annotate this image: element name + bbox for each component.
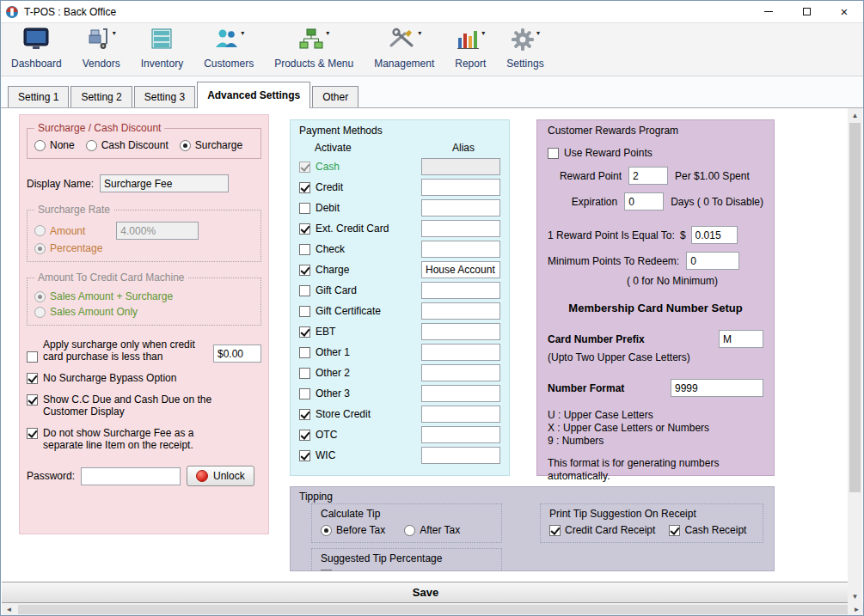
gift-card-option[interactable]: Gift Card (299, 284, 357, 296)
otc-alias-input[interactable] (421, 426, 500, 443)
sales-amount-only-option[interactable]: Sales Amount Only (34, 306, 254, 318)
ext-credit-card-checkbox[interactable] (299, 223, 310, 235)
amount-radio[interactable] (34, 225, 46, 236)
after-tax-option[interactable]: After Tax (404, 524, 460, 536)
dropdown-arrow-icon[interactable]: ▾ (418, 29, 421, 37)
surcharge-none-option[interactable]: None (34, 139, 75, 151)
cash-checkbox[interactable] (299, 162, 310, 173)
no-separate-line-checkbox[interactable] (27, 428, 38, 439)
charge-checkbox[interactable] (299, 265, 310, 276)
otc-option[interactable]: OTC (299, 429, 337, 441)
other-3-checkbox[interactable] (299, 388, 310, 399)
point-value-input[interactable] (691, 226, 738, 244)
wic-option[interactable]: WIC (299, 449, 335, 461)
no-separate-line-option[interactable]: Do not show Surcharge Fee as a separate … (27, 427, 261, 451)
wic-checkbox[interactable] (299, 450, 310, 461)
ebt-alias-input[interactable] (421, 323, 500, 340)
other-1-option[interactable]: Other 1 (299, 346, 350, 358)
credit-card-receipt-option[interactable]: Credit Card Receipt (549, 524, 655, 536)
rate-percentage-option[interactable]: Percentage (34, 242, 102, 254)
charge-alias-input[interactable] (421, 261, 500, 278)
other-2-option[interactable]: Other 2 (299, 367, 350, 379)
before-tax-radio[interactable] (321, 525, 332, 536)
cash-alias-input[interactable] (421, 158, 500, 175)
credit-alias-input[interactable] (421, 179, 500, 196)
toolbar-item-settings[interactable]: ▾ Settings (506, 27, 543, 70)
surcharge-radio[interactable] (180, 140, 191, 151)
no-bypass-checkbox[interactable] (27, 373, 38, 384)
gift-certificate-checkbox[interactable] (299, 306, 310, 317)
surcharge-surcharge-option[interactable]: Surcharge (180, 139, 242, 151)
gift-card-alias-input[interactable] (421, 282, 500, 299)
tab-setting-3[interactable]: Setting 3 (134, 86, 195, 107)
check-alias-input[interactable] (421, 241, 500, 258)
check-checkbox[interactable] (299, 244, 310, 255)
scroll-right-icon[interactable]: ► (849, 603, 864, 616)
ebt-option[interactable]: EBT (299, 326, 335, 338)
scroll-up-icon[interactable]: ▲ (848, 108, 862, 122)
save-button[interactable]: Save (2, 582, 849, 603)
close-button[interactable]: × (825, 1, 863, 22)
store-credit-alias-input[interactable] (421, 406, 500, 423)
use-reward-points-option[interactable]: Use Reward Points (548, 147, 763, 159)
min-redeem-input[interactable] (686, 252, 739, 270)
debit-checkbox[interactable] (299, 203, 310, 214)
dropdown-arrow-icon[interactable]: ▾ (113, 29, 116, 37)
dropdown-arrow-icon[interactable]: ▾ (241, 29, 244, 37)
horizontal-scroll-thumb[interactable] (18, 605, 848, 614)
ebt-checkbox[interactable] (299, 326, 310, 338)
threshold-amount-input[interactable] (213, 345, 261, 363)
cash-discount-radio[interactable] (86, 140, 97, 151)
expiration-input[interactable] (624, 192, 664, 210)
other-1-alias-input[interactable] (421, 344, 500, 361)
other-2-checkbox[interactable] (299, 368, 310, 379)
print-tip-suggestion-checkbox[interactable] (321, 570, 332, 572)
number-format-input[interactable] (671, 379, 763, 397)
dropdown-arrow-icon[interactable]: ▾ (326, 29, 329, 37)
credit-checkbox[interactable] (299, 182, 310, 193)
sales-amount-surcharge-option[interactable]: Sales Amount + Surcharge (34, 290, 254, 302)
ext-credit-card-alias-input[interactable] (421, 220, 500, 237)
scroll-down-icon[interactable]: ▼ (848, 589, 862, 603)
rate-amount-option[interactable]: Amount (34, 225, 85, 237)
debit-alias-input[interactable] (421, 199, 500, 217)
cash-option[interactable]: Cash (299, 161, 340, 173)
percentage-radio[interactable] (34, 243, 46, 254)
surcharge-cash-discount-option[interactable]: Cash Discount (86, 139, 169, 151)
dropdown-arrow-icon[interactable]: ▾ (481, 29, 485, 37)
credit-card-receipt-checkbox[interactable] (549, 525, 561, 536)
tab-advanced-settings[interactable]: Advanced Settings (197, 82, 310, 108)
no-bypass-option[interactable]: No Surcharge Bypass Option (27, 372, 261, 384)
dropdown-arrow-icon[interactable]: ▾ (536, 29, 540, 37)
other-1-checkbox[interactable] (299, 347, 310, 358)
charge-option[interactable]: Charge (299, 264, 349, 276)
toolbar-item-report[interactable]: ▾ Report (455, 27, 486, 70)
before-tax-option[interactable]: Before Tax (321, 524, 385, 536)
gift-certificate-option[interactable]: Gift Certificate (299, 305, 381, 317)
print-tip-suggestion-option[interactable]: Print Tip Suggestion (321, 569, 428, 571)
ext-credit-card-option[interactable]: Ext. Credit Card (299, 223, 389, 235)
cash-receipt-option[interactable]: Cash Receipt (669, 524, 746, 536)
toolbar-item-vendors[interactable]: ▾ Vendors (83, 27, 120, 70)
toolbar-item-management[interactable]: ▾ Management (374, 27, 434, 70)
other-3-option[interactable]: Other 3 (299, 387, 350, 399)
toolbar-item-products-menu[interactable]: ▾ Products & Menu (274, 27, 353, 70)
credit-option[interactable]: Credit (299, 181, 343, 193)
tab-setting-2[interactable]: Setting 2 (70, 86, 132, 107)
password-input[interactable] (81, 467, 181, 485)
tab-other[interactable]: Other (312, 86, 358, 107)
rate-amount-input[interactable] (116, 222, 199, 240)
none-radio[interactable] (34, 140, 46, 151)
other-2-alias-input[interactable] (421, 364, 500, 381)
gift-card-checkbox[interactable] (299, 285, 310, 296)
check-option[interactable]: Check (299, 243, 345, 255)
scroll-left-icon[interactable]: ◄ (2, 603, 16, 616)
store-credit-option[interactable]: Store Credit (299, 408, 371, 420)
otc-checkbox[interactable] (299, 430, 310, 441)
minimize-button[interactable] (750, 1, 787, 22)
debit-option[interactable]: Debit (299, 202, 340, 214)
store-credit-checkbox[interactable] (299, 409, 310, 420)
wic-alias-input[interactable] (421, 447, 500, 464)
unlock-button[interactable]: Unlock (187, 466, 254, 486)
sales-amount-surcharge-radio[interactable] (34, 291, 46, 302)
